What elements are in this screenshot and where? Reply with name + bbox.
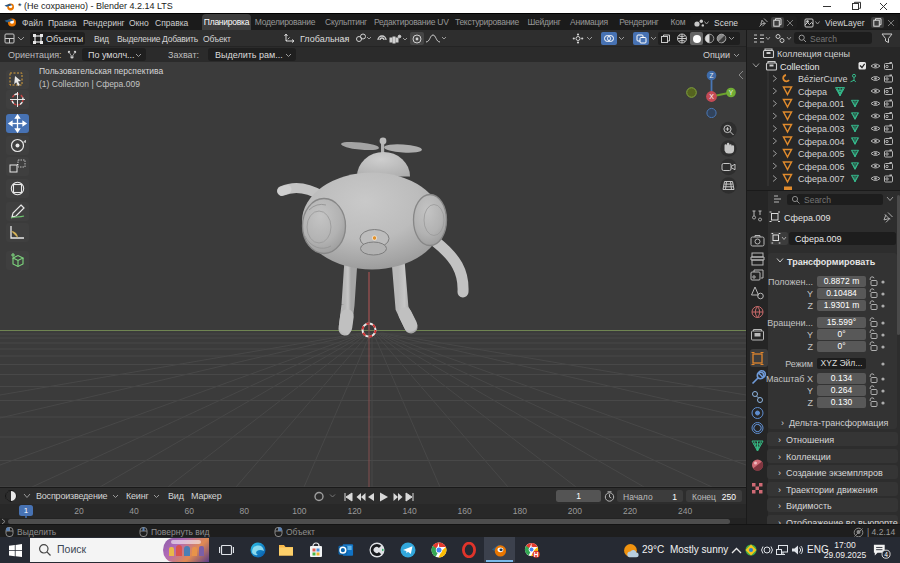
svg-text:Сфера.001: Сфера.001 [798,99,844,109]
svg-text:Трансформировать: Трансформировать [787,257,876,267]
svg-text:Сфера.002: Сфера.002 [798,112,844,122]
svg-text:Сфера.006: Сфера.006 [798,162,844,172]
svg-text:Collection: Collection [780,62,820,72]
svg-text:Сфера.009: Сфера.009 [784,213,830,223]
svg-text:60: 60 [184,506,194,516]
svg-text:BézierCurve: BézierCurve [798,74,848,84]
svg-text:Сфера.005: Сфера.005 [798,149,844,159]
svg-text:Сфера.003: Сфера.003 [798,124,844,134]
svg-text:4: 4 [884,551,888,558]
svg-text:20: 20 [74,506,84,516]
svg-text:Сфера.007: Сфера.007 [798,174,844,184]
svg-text:80: 80 [240,506,250,516]
svg-text:Y: Y [729,89,734,96]
svg-text:X: X [709,93,714,100]
svg-text:Коллекция сцены: Коллекция сцены [777,49,850,59]
svg-text:H: H [534,551,539,558]
svg-text:100: 100 [292,506,306,516]
svg-text:Сфера.009: Сфера.009 [795,234,841,244]
svg-text:Search: Search [804,195,831,205]
svg-text:180: 180 [513,506,527,516]
svg-text:Сфера: Сфера [798,87,827,97]
svg-text:40: 40 [129,506,139,516]
svg-text:200: 200 [568,506,582,516]
svg-text:140: 140 [403,506,417,516]
svg-text:Сфера.004: Сфера.004 [798,137,844,147]
svg-text:160: 160 [458,506,472,516]
svg-text:Z: Z [710,72,714,79]
svg-text:120: 120 [347,506,361,516]
svg-text:220: 220 [623,506,637,516]
svg-text:240: 240 [678,506,692,516]
